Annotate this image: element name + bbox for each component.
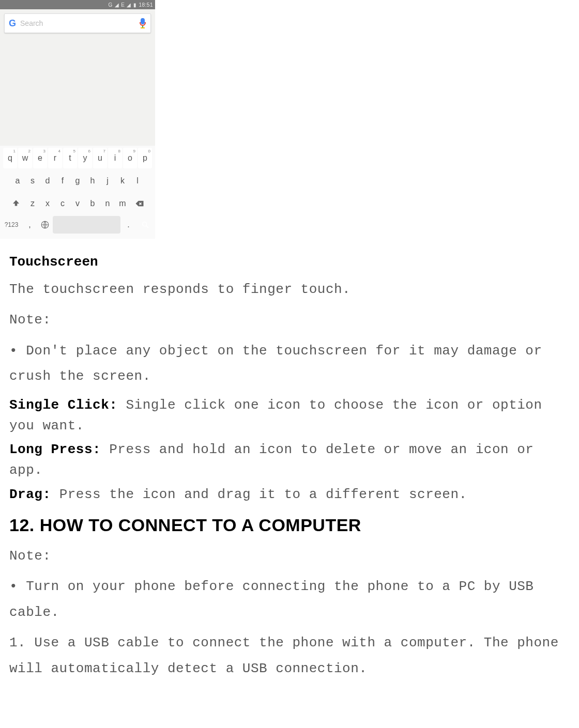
para-long-press: Long Press: Press and hold an icon to de… bbox=[9, 439, 570, 481]
key-j[interactable]: j bbox=[101, 171, 115, 191]
key-n[interactable]: n bbox=[101, 193, 115, 214]
key-w[interactable]: w2 bbox=[18, 148, 32, 168]
phone-screenshot: G ◢ E ◢ ▮ 18:51 G q1 w2 e3 r4 t5 y6 u7 i… bbox=[0, 0, 155, 239]
shift-icon bbox=[11, 199, 21, 208]
key-s[interactable]: s bbox=[26, 171, 40, 191]
search-icon bbox=[141, 221, 149, 229]
para-drag: Drag: Press the icon and drag it to a di… bbox=[9, 484, 570, 505]
para-note1: Note: bbox=[9, 307, 570, 333]
search-bar-container: G bbox=[0, 9, 155, 37]
key-h[interactable]: h bbox=[86, 171, 100, 191]
key-y[interactable]: y6 bbox=[78, 148, 92, 168]
key-k[interactable]: k bbox=[116, 171, 130, 191]
para-step1: 1. Use a USB cable to connect the phone … bbox=[9, 630, 570, 681]
search-input[interactable] bbox=[20, 19, 135, 27]
signal2-icon: ◢ bbox=[127, 2, 131, 8]
search-bar[interactable]: G bbox=[4, 13, 151, 33]
label-drag: Drag: bbox=[9, 487, 59, 502]
key-q[interactable]: q1 bbox=[3, 148, 17, 168]
key-f[interactable]: f bbox=[56, 171, 70, 191]
google-logo-icon: G bbox=[9, 18, 16, 29]
key-z[interactable]: z bbox=[26, 193, 40, 214]
on-screen-keyboard: q1 w2 e3 r4 t5 y6 u7 i8 o9 p0 a s d f g … bbox=[0, 146, 155, 239]
clock: 18:51 bbox=[139, 2, 153, 8]
key-a[interactable]: a bbox=[11, 171, 25, 191]
key-t[interactable]: t5 bbox=[63, 148, 77, 168]
para-bullet2: • Turn on your phone before connecting t… bbox=[9, 574, 570, 625]
key-g[interactable]: g bbox=[71, 171, 85, 191]
backspace-key[interactable] bbox=[131, 193, 148, 214]
keyboard-row-2: a s d f g h j k l bbox=[1, 171, 154, 191]
network-extra: E bbox=[121, 2, 125, 8]
globe-icon bbox=[40, 220, 50, 229]
symbols-key[interactable]: ?123 bbox=[1, 216, 22, 234]
para-bullet1: • Don't place any object on the touchscr… bbox=[9, 338, 570, 390]
para-note2: Note: bbox=[9, 544, 570, 569]
key-d[interactable]: d bbox=[41, 171, 55, 191]
para-responds: The touchscreen responds to finger touch… bbox=[9, 277, 570, 302]
status-bar: G ◢ E ◢ ▮ 18:51 bbox=[0, 0, 155, 9]
spacebar-key[interactable] bbox=[53, 216, 120, 234]
label-long-press: Long Press: bbox=[9, 442, 109, 457]
svg-point-1 bbox=[143, 222, 147, 226]
shift-key[interactable] bbox=[7, 193, 25, 214]
key-o[interactable]: o9 bbox=[123, 148, 137, 168]
svg-line-2 bbox=[146, 226, 148, 228]
para-single-click: Single Click: Single click one icon to c… bbox=[9, 395, 570, 437]
keyboard-row-3: z x c v b n m bbox=[1, 193, 154, 214]
heading-touchscreen: Touchscreen bbox=[9, 254, 570, 270]
document-body: Touchscreen The touchscreen responds to … bbox=[0, 254, 579, 702]
text-drag: Press the icon and drag it to a differen… bbox=[59, 487, 467, 502]
key-m[interactable]: m bbox=[116, 193, 130, 214]
key-c[interactable]: c bbox=[56, 193, 70, 214]
language-key[interactable] bbox=[38, 216, 52, 234]
label-single-click: Single Click: bbox=[9, 397, 126, 413]
keyboard-row-1: q1 w2 e3 r4 t5 y6 u7 i8 o9 p0 bbox=[1, 148, 154, 168]
keyboard-row-4: ?123 , . bbox=[1, 216, 154, 234]
signal-icon: ◢ bbox=[115, 2, 119, 8]
heading-section-12: 12. HOW TO CONNECT TO A COMPUTER bbox=[9, 515, 570, 535]
key-x[interactable]: x bbox=[41, 193, 55, 214]
key-i[interactable]: i8 bbox=[108, 148, 122, 168]
key-p[interactable]: p0 bbox=[138, 148, 152, 168]
battery-icon: ▮ bbox=[133, 2, 137, 8]
key-e[interactable]: e3 bbox=[33, 148, 47, 168]
empty-area bbox=[0, 37, 155, 146]
network-indicator: G bbox=[109, 2, 113, 8]
mic-icon[interactable] bbox=[139, 18, 146, 28]
key-b[interactable]: b bbox=[86, 193, 100, 214]
comma-key[interactable]: , bbox=[23, 216, 37, 234]
key-v[interactable]: v bbox=[71, 193, 85, 214]
search-go-key[interactable] bbox=[136, 216, 154, 234]
key-u[interactable]: u7 bbox=[93, 148, 107, 168]
period-key[interactable]: . bbox=[121, 216, 135, 234]
key-r[interactable]: r4 bbox=[48, 148, 62, 168]
key-l[interactable]: l bbox=[131, 171, 145, 191]
backspace-icon bbox=[135, 199, 144, 208]
